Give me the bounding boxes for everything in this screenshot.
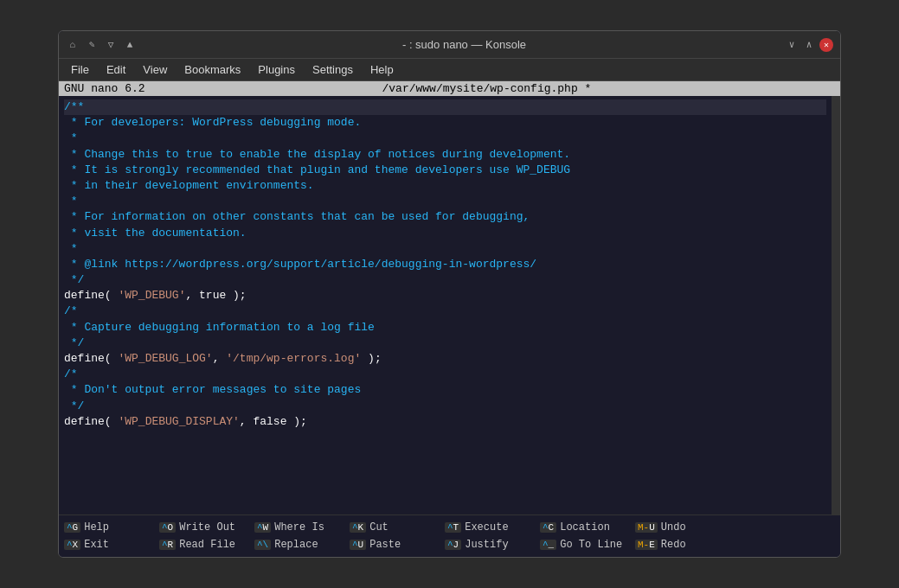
label-replace: Replace: [274, 539, 318, 551]
code-line: * Don't output error messages to site pa…: [64, 382, 826, 398]
key-undo: M-U: [635, 522, 658, 533]
nano-filepath: /var/www/mysite/wp-config.php *: [382, 82, 591, 95]
shortcuts-row-2: ^X Exit ^R Read File ^\ Replace ^U Paste…: [59, 536, 840, 553]
code-line: define( 'WP_DEBUG', true );: [64, 288, 826, 304]
minimize-icon[interactable]: ∨: [785, 38, 799, 52]
menu-bookmarks[interactable]: Bookmarks: [177, 61, 247, 78]
shortcut-execute[interactable]: ^T Execute: [443, 521, 538, 534]
key-write-out: ^O: [159, 522, 176, 533]
code-line: * For information on other constants tha…: [64, 209, 826, 225]
titlebar: ⌂ ✎ ▽ ▲ - : sudo nano — Konsole ∨ ∧ ✕: [59, 31, 840, 59]
menu-file[interactable]: File: [64, 61, 96, 78]
shortcut-help[interactable]: ^G Help: [62, 521, 157, 534]
key-go-to-line: ^_: [540, 540, 556, 550]
shortcut-location[interactable]: ^C Location: [538, 521, 633, 534]
label-justify: Justify: [465, 539, 508, 551]
code-line: define( 'WP_DEBUG_LOG', '/tmp/wp-errors.…: [64, 351, 826, 367]
scrollbar[interactable]: [832, 96, 840, 514]
key-justify: ^J: [445, 540, 461, 550]
editor-container: /** * For developers: WordPress debuggin…: [59, 96, 840, 514]
shortcut-cut[interactable]: ^K Cut: [348, 521, 443, 534]
key-cut: ^K: [350, 522, 366, 533]
shortcut-redo[interactable]: M-E Redo: [633, 538, 729, 552]
menu-settings[interactable]: Settings: [305, 61, 360, 78]
terminal-icon: ⌂: [66, 38, 80, 52]
expand-down-icon[interactable]: ▽: [104, 38, 118, 52]
label-cut: Cut: [369, 521, 388, 534]
pin-icon[interactable]: ✎: [85, 38, 99, 52]
menu-help[interactable]: Help: [363, 61, 401, 78]
key-help: ^G: [64, 522, 80, 533]
key-paste: ^U: [350, 540, 366, 550]
code-line: *: [64, 131, 826, 146]
key-location: ^C: [540, 522, 556, 533]
label-redo: Redo: [661, 539, 686, 551]
key-where-is: ^W: [254, 522, 271, 533]
code-line: * For developers: WordPress debugging mo…: [64, 115, 826, 131]
label-location: Location: [560, 521, 610, 534]
code-line: * It is strongly recommended that plugin…: [64, 163, 826, 178]
code-line: * Capture debugging information to a log…: [64, 320, 826, 336]
shortcuts-row-1: ^G Help ^O Write Out ^W Where Is ^K Cut …: [59, 519, 840, 536]
nano-header: GNU nano 6.2 /var/www/mysite/wp-config.p…: [59, 81, 840, 96]
shortcut-read-file[interactable]: ^R Read File: [157, 538, 253, 552]
nano-header-right: [828, 82, 835, 95]
code-line: *: [64, 241, 826, 257]
key-redo: M-E: [635, 540, 658, 550]
menu-view[interactable]: View: [136, 61, 174, 78]
terminal-window: ⌂ ✎ ▽ ▲ - : sudo nano — Konsole ∨ ∧ ✕ Fi…: [58, 30, 841, 558]
label-go-to-line: Go To Line: [560, 539, 622, 551]
code-line: * in their development environments.: [64, 178, 826, 194]
menu-plugins[interactable]: Plugins: [251, 61, 302, 78]
expand-up-icon[interactable]: ▲: [123, 38, 137, 52]
titlebar-right-controls: ∨ ∧ ✕: [785, 38, 833, 52]
label-paste: Paste: [369, 539, 401, 551]
nano-version: GNU nano 6.2: [64, 82, 145, 95]
label-exit: Exit: [84, 539, 109, 551]
key-execute: ^T: [445, 522, 461, 533]
shortcut-where-is[interactable]: ^W Where Is: [253, 521, 348, 534]
label-write-out: Write Out: [179, 521, 235, 534]
menu-edit[interactable]: Edit: [100, 61, 132, 78]
label-help: Help: [84, 521, 109, 534]
shortcut-justify[interactable]: ^J Justify: [443, 538, 538, 552]
shortcut-undo[interactable]: M-U Undo: [633, 521, 729, 534]
code-line: /*: [64, 367, 826, 382]
statusbar: ^G Help ^O Write Out ^W Where Is ^K Cut …: [59, 514, 840, 557]
key-replace: ^\: [254, 540, 271, 550]
label-read-file: Read File: [179, 539, 235, 551]
shortcut-go-to-line[interactable]: ^_ Go To Line: [538, 538, 633, 552]
maximize-icon[interactable]: ∧: [802, 38, 816, 52]
code-line: * Change this to true to enable the disp…: [64, 147, 826, 163]
code-line: /**: [64, 99, 826, 115]
shortcut-paste[interactable]: ^U Paste: [348, 538, 443, 552]
code-line: * visit the documentation.: [64, 226, 826, 241]
shortcut-exit[interactable]: ^X Exit: [62, 538, 157, 552]
shortcut-replace[interactable]: ^\ Replace: [253, 538, 348, 552]
code-editor[interactable]: /** * For developers: WordPress debuggin…: [59, 96, 832, 514]
key-exit: ^X: [64, 540, 80, 550]
shortcut-write-out[interactable]: ^O Write Out: [157, 521, 253, 534]
key-read-file: ^R: [159, 540, 176, 550]
code-line: /*: [64, 304, 826, 319]
label-undo: Undo: [661, 521, 686, 534]
label-where-is: Where Is: [274, 521, 324, 534]
label-execute: Execute: [465, 521, 508, 534]
menubar: File Edit View Bookmarks Plugins Setting…: [59, 59, 840, 81]
code-line: *: [64, 194, 826, 209]
window-title: - : sudo nano — Konsole: [144, 38, 785, 51]
titlebar-icons: ⌂ ✎ ▽ ▲: [66, 38, 137, 52]
code-line: define( 'WP_DEBUG_DISPLAY', false );: [64, 414, 826, 430]
code-line: */: [64, 336, 826, 351]
close-button[interactable]: ✕: [819, 38, 833, 52]
code-line: */: [64, 399, 826, 414]
code-line: */: [64, 272, 826, 288]
code-line: * @link https://wordpress.org/support/ar…: [64, 257, 826, 272]
